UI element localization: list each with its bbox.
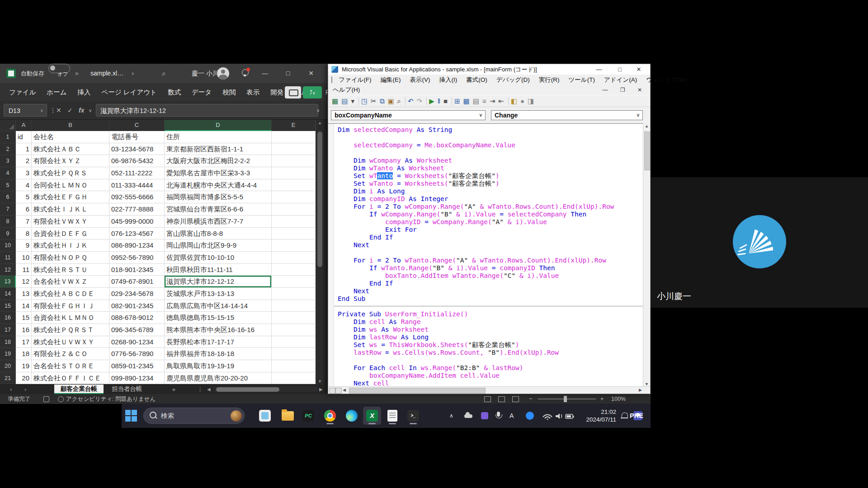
vba-maximize-button[interactable]: □	[612, 64, 627, 75]
row-header-5[interactable]: 5	[0, 179, 16, 192]
row-header-7[interactable]: 7	[0, 203, 16, 216]
column-header-B[interactable]: B	[32, 120, 109, 131]
cell[interactable]: 長野県松本市17-17-17	[165, 336, 272, 348]
workbook-title[interactable]: sample.xl…	[90, 64, 123, 83]
app-icon-terminal[interactable]: >_	[404, 407, 422, 425]
ime-mode[interactable]: A	[509, 404, 514, 428]
cell[interactable]: 086-890-1234	[109, 239, 165, 252]
toolbar-icon[interactable]: ↶	[408, 95, 414, 107]
code-line[interactable]: Private Sub UserForm_Initialize()	[338, 310, 643, 318]
cell[interactable]: 17	[16, 336, 32, 348]
vba-close-button[interactable]: ✕	[631, 64, 646, 75]
vba-menu-item-2[interactable]: 表示(V)	[406, 76, 435, 84]
app-icon-notepad[interactable]	[383, 407, 401, 425]
add-sheet-icon[interactable]: +	[172, 385, 176, 394]
cell[interactable]: 鳥取県鳥取市19-19-19	[165, 360, 272, 372]
cell[interactable]: id	[16, 131, 32, 143]
cell[interactable]: 電話番号	[109, 131, 165, 143]
sheet-tab[interactable]: 担当者台帳	[105, 385, 149, 394]
row-header-16[interactable]: 16	[0, 312, 16, 324]
zoom-slider-thumb[interactable]	[564, 396, 567, 402]
vba-menu-item-9[interactable]: ウィンドウ(W)	[642, 76, 692, 84]
vba-menu-item-4[interactable]: 書式(O)	[462, 76, 492, 84]
code-line[interactable]: selectedCompany = Me.boxCompanyName.Valu…	[338, 141, 643, 149]
cell[interactable]: 滋賀県大津市12-12-12	[165, 276, 272, 288]
cell[interactable]: 076-123-4567	[109, 228, 165, 240]
toolbar-icon[interactable]: ⇥	[490, 95, 495, 107]
code-line[interactable]: Dim wTanto As Worksheet	[338, 164, 643, 172]
vba-menu-item-1[interactable]: 編集(E)	[376, 76, 406, 84]
ribbon-tab-4[interactable]: 数式	[162, 83, 186, 101]
vba-menu-item-5[interactable]: デバッグ(D)	[492, 76, 534, 84]
code-line[interactable]: End If	[338, 280, 643, 287]
vba-vertical-scrollbar[interactable]: ▲ ▼	[643, 123, 650, 387]
tray-app-icon[interactable]	[481, 412, 488, 419]
avatar[interactable]	[217, 67, 229, 80]
code-line[interactable]: Exit For	[338, 226, 643, 234]
row-header-3[interactable]: 3	[0, 155, 16, 167]
code-line[interactable]: companyID = wCompany.Range("A" & i).Valu…	[338, 218, 643, 226]
cell[interactable]: 有限会社Ｚ＆ＣＯ	[32, 348, 109, 360]
microphone-icon[interactable]	[497, 412, 500, 417]
cell[interactable]: 18	[16, 348, 32, 360]
cell[interactable]	[272, 324, 316, 336]
cell[interactable]: 14	[16, 300, 32, 312]
windows-start-button[interactable]	[125, 410, 137, 422]
macro-record-icon[interactable]	[43, 396, 49, 402]
hscroll-right-icon[interactable]: ▶	[319, 385, 323, 394]
cell[interactable]: 11	[16, 264, 32, 276]
cell[interactable]	[272, 312, 316, 324]
cell[interactable]: 0268-90-1234	[109, 336, 165, 348]
toolbar-icon[interactable]: ◨	[528, 95, 534, 107]
cell[interactable]: 15	[16, 312, 32, 324]
cell[interactable]: 099-890-1234	[109, 372, 165, 385]
row-header-12[interactable]: 12	[0, 264, 16, 276]
code-line[interactable]: boxCompanyName.AddItem cell.Value	[338, 372, 643, 380]
cell[interactable]: 株式会社ＥＦＧＨ	[32, 191, 109, 203]
cell[interactable]: 北海道札幌市中央区大通4-4-4	[165, 179, 272, 192]
cell[interactable]: 住所	[165, 131, 272, 143]
select-all-corner[interactable]	[0, 120, 16, 131]
toolbar-icon[interactable]: ●	[520, 95, 524, 107]
row-header-19[interactable]: 19	[0, 348, 16, 360]
cell[interactable]: 株式会社ＲＳＴＵ	[32, 264, 109, 276]
cell[interactable]: 有限会社ＶＷＸＹ	[32, 216, 109, 228]
cell[interactable]: 8	[16, 228, 32, 240]
row-header-13[interactable]: 13	[0, 276, 16, 288]
ribbon-tab-7[interactable]: 表示	[241, 83, 265, 101]
cell[interactable]: 株式会社ＯＦＦＩＣＥ	[32, 372, 109, 385]
close-button[interactable]: ✕	[302, 64, 320, 83]
toolbar-icon[interactable]: ‖	[438, 95, 440, 107]
column-header-D[interactable]: D	[165, 120, 272, 131]
cell[interactable]: 0749-67-8901	[109, 276, 165, 288]
vba-menu-item-3[interactable]: 挿入(I)	[435, 76, 462, 84]
row-header-10[interactable]: 10	[0, 239, 16, 252]
cell[interactable]: 株式会社ＰＱＲＳＴ	[32, 324, 109, 336]
code-line[interactable]: For i = 2 To wCompany.Range("A" & wTanto…	[338, 203, 643, 211]
app-icon-edge[interactable]	[343, 407, 361, 425]
cell[interactable]: 088-678-9012	[109, 312, 165, 324]
code-line[interactable]: If wTanto.Range("B" & i).Value = company…	[338, 264, 643, 272]
title-dropdown-icon[interactable]: ∨	[131, 64, 134, 83]
cell[interactable]: 7	[16, 216, 32, 228]
cell[interactable]: 10	[16, 252, 32, 264]
search-icon[interactable]: ⌕	[162, 64, 166, 83]
page-layout-view-icon[interactable]	[498, 396, 505, 402]
code-editor[interactable]: Dim selectedCompany As StringselectedCom…	[334, 124, 643, 387]
vba-horizontal-scrollbar[interactable]: ◀ ▶	[328, 386, 650, 394]
code-line[interactable]: Set wTanto = Worksheets("顧客企業台帳")	[338, 180, 643, 188]
cell[interactable]: 株式会社ＨＩＪＫ	[32, 239, 109, 252]
cell[interactable]: 018-901-2345	[109, 264, 165, 276]
taskbar-clock[interactable]: 21:02 2024/07/11	[577, 408, 616, 423]
toolbar-icon[interactable]: ▶	[429, 95, 434, 107]
ribbon-tab-0[interactable]: ファイル	[4, 83, 41, 101]
page-break-view-icon[interactable]	[512, 396, 519, 402]
zoom-slider[interactable]	[538, 399, 596, 399]
column-header-E[interactable]: E	[272, 120, 316, 131]
toolbar-icon[interactable]: ▾	[351, 95, 354, 107]
toolbar-icon[interactable]: ▦	[463, 95, 470, 107]
cell[interactable]: 鹿児島県鹿児島市20-20-20	[165, 372, 272, 385]
row-header-21[interactable]: 21	[0, 372, 16, 385]
cell[interactable]: 5	[16, 191, 32, 203]
cell[interactable]: 会社名	[32, 131, 109, 143]
